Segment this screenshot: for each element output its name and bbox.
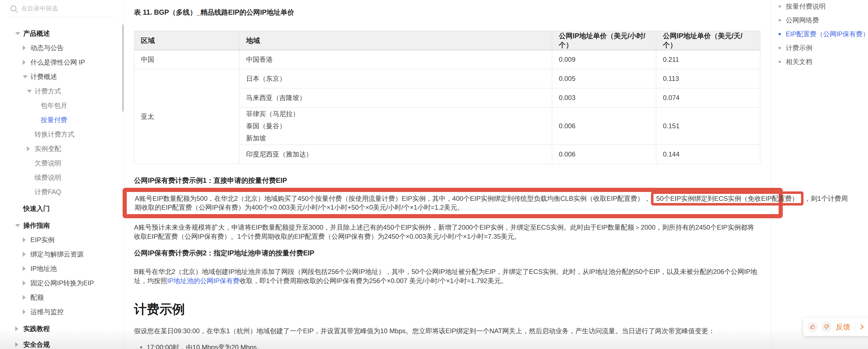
sidebar-item-news[interactable]: 动态与公告 [0, 41, 124, 55]
col-header-area: 地域 [240, 31, 552, 50]
price-day-cell: 0.113 [656, 69, 760, 88]
table-row: 中国 中国香港 0.009 0.211 [134, 50, 760, 69]
chevron-right-icon [15, 326, 18, 331]
col-header-region: 区域 [134, 31, 240, 50]
price-day-cell: 0.211 [656, 50, 760, 69]
example1-line1-suffix: ，则1个计费周 [804, 195, 847, 202]
sidebar-item-label: 计费方式 [35, 87, 61, 95]
toc-item-eip-config-fee[interactable]: EIP配置费（公网IP保有费） [771, 30, 868, 38]
toc-item-payg-description[interactable]: 按量付费说明 [771, 2, 868, 10]
search-input[interactable] [21, 5, 105, 12]
bullet-dot-icon [779, 47, 781, 49]
ip-pool-fee-link[interactable]: IP地址池的公网IP保有费 [167, 277, 240, 285]
sidebar-item-label: 绑定与解绑云资源 [30, 250, 84, 259]
sidebar-item-subscription[interactable]: 包年包月 [0, 98, 124, 113]
docs-page: 产品概述 动态与公告 什么是弹性公网 IP 计费概述 计费方式 包年包月 [0, 0, 868, 349]
sidebar-scrollbar-thumb[interactable] [122, 24, 124, 112]
sidebar-nav: 产品概述 动态与公告 什么是弹性公网 IP 计费概述 计费方式 包年包月 [0, 0, 125, 349]
chevron-down-icon [23, 75, 28, 78]
sidebar-item-quick-start[interactable]: 快速入门 [0, 201, 124, 216]
sidebar-item-label: 按量付费 [41, 116, 67, 124]
sidebar-item-product-overview[interactable]: 产品概述 [0, 26, 124, 41]
sidebar-item-label: EIP实例 [30, 235, 55, 244]
search-icon [10, 5, 16, 11]
sidebar-item-what-is-eip[interactable]: 什么是弹性公网 IP [0, 55, 124, 69]
sidebar-item-billing-faq[interactable]: 计费FAQ [0, 185, 124, 199]
chevron-right-icon [27, 146, 30, 151]
sidebar-item-renewal[interactable]: 续费说明 [0, 170, 124, 185]
area-line: 泰国（曼谷） [246, 120, 548, 132]
bullet-dot-icon [779, 19, 781, 21]
bullet-text: 17:00:00时，由10 Mbps变为20 Mbps。 [147, 343, 264, 349]
sidebar-item-change-billing-method[interactable]: 转换计费方式 [0, 127, 124, 142]
feedback-bar: 反馈 [803, 318, 868, 336]
sidebar-item-label: 安全合规 [23, 340, 50, 349]
doc-content: 表 11. BGP（多线）_精品线路EIP的公网IP地址单价 区域 地域 公网I… [125, 0, 771, 349]
sidebar-item-user-guide[interactable]: 操作指南 [0, 218, 124, 233]
example1-line1-prefix: A账号EIP数量配额为500，在华北2（北京）地域购买了450个按量付费（按使用… [135, 195, 650, 202]
chevron-right-icon [23, 252, 26, 257]
sidebar-item-ops-monitoring[interactable]: 运维与监控 [0, 305, 124, 319]
sidebar-item-label: 快速入门 [23, 204, 50, 213]
region-cell: 亚太 [134, 69, 240, 164]
chevron-right-icon [23, 295, 26, 300]
thumbs-up-icon [810, 324, 816, 330]
collapse-chevron-button[interactable] [859, 324, 865, 330]
area-line: 菲律宾（马尼拉） [246, 108, 548, 120]
toc-item-related-docs[interactable]: 相关文档 [771, 58, 868, 66]
sidebar-item-label: 动态与公告 [30, 43, 64, 52]
sidebar-item-ip-pool[interactable]: IP地址池 [0, 261, 124, 276]
toc-item-label: 计费示例 [786, 43, 812, 52]
chevron-down-icon [15, 32, 20, 35]
thumbs-down-icon [824, 324, 830, 330]
toc-panel: 按量付费说明 公网网络费 EIP配置费（公网IP保有费） 计费示例 相关文档 [771, 0, 868, 349]
col-header-price-hour: 公网IP地址单价（美元/小时/个） [552, 31, 656, 50]
sidebar-item-overdue[interactable]: 欠费说明 [0, 156, 124, 170]
thumbs-down-button[interactable] [822, 322, 832, 332]
area-cell: 马来西亚（吉隆坡） [240, 88, 552, 108]
billing-example-heading: 计费示例 [134, 302, 760, 316]
sidebar-item-tutorials[interactable]: 实践教程 [0, 322, 124, 336]
sidebar-item-label: 续费说明 [35, 173, 61, 182]
region-cell: 中国 [134, 50, 240, 69]
toc-item-label: 公网网络费 [786, 16, 819, 25]
table-header-row: 区域 地域 公网IP地址单价（美元/小时/个） 公网IP地址单价（美元/天/个） [134, 31, 760, 50]
sidebar-item-quota[interactable]: 配额 [0, 290, 124, 305]
chevron-right-icon [15, 342, 18, 347]
sidebar-item-label: 包年包月 [41, 101, 67, 110]
sidebar-item-billing-methods[interactable]: 计费方式 [0, 84, 124, 98]
price-day-cell: 0.151 [656, 108, 760, 145]
sidebar-item-security-compliance[interactable]: 安全合规 [0, 337, 124, 349]
sidebar-item-label: 实例变配 [35, 144, 61, 153]
toc-item-billing-example[interactable]: 计费示例 [771, 44, 868, 52]
sidebar-item-instance-change[interactable]: 实例变配 [0, 142, 124, 156]
toc-item-label: 按量付费说明 [786, 2, 826, 11]
chevron-right-icon [23, 60, 26, 65]
sidebar-item-label: 计费FAQ [35, 187, 61, 196]
sidebar-item-label: 什么是弹性公网 IP [30, 58, 85, 67]
chevron-right-icon [23, 46, 26, 51]
bullet-dot-icon [140, 346, 142, 348]
toc-item-public-network-fee[interactable]: 公网网络费 [771, 16, 868, 24]
example2-paragraph: B账号在华北2（北京）地域创建IP地址池并添加了网段（网段包括256个公网IP地… [134, 267, 760, 285]
sidebar-item-billing-overview[interactable]: 计费概述 [0, 69, 124, 84]
sidebar-search [10, 0, 114, 17]
feedback-button[interactable]: 反馈 [836, 322, 850, 332]
sidebar-item-eip-instance[interactable]: EIP实例 [0, 233, 124, 247]
area-cell: 日本（东京） [240, 69, 552, 88]
sidebar-item-label: 固定公网IP转换为EIP [30, 279, 94, 288]
bullet-dot-icon [779, 5, 781, 7]
sidebar-item-label: 计费概述 [30, 72, 57, 81]
sidebar-item-label: 运维与监控 [30, 308, 64, 316]
billing-bullet-item: 17:00:00时，由10 Mbps变为20 Mbps。 [134, 343, 760, 349]
toc-item-label: 相关文档 [786, 57, 812, 66]
table-caption: 表 11. BGP（多线）_精品线路EIP的公网IP地址单价 [134, 8, 760, 17]
thumbs-up-button[interactable] [808, 322, 817, 332]
area-cell: 菲律宾（马尼拉） 泰国（曼谷） 新加坡 [240, 108, 552, 145]
chevron-right-icon [23, 281, 26, 286]
sidebar-item-pay-as-you-go[interactable]: 按量付费 [0, 113, 124, 127]
area-cell: 印度尼西亚（雅加达） [240, 145, 552, 164]
price-table: 区域 地域 公网IP地址单价（美元/小时/个） 公网IP地址单价（美元/天/个）… [134, 31, 760, 164]
sidebar-item-bind-unbind[interactable]: 绑定与解绑云资源 [0, 247, 124, 261]
sidebar-item-static-ip-to-eip[interactable]: 固定公网IP转换为EIP [0, 276, 124, 290]
